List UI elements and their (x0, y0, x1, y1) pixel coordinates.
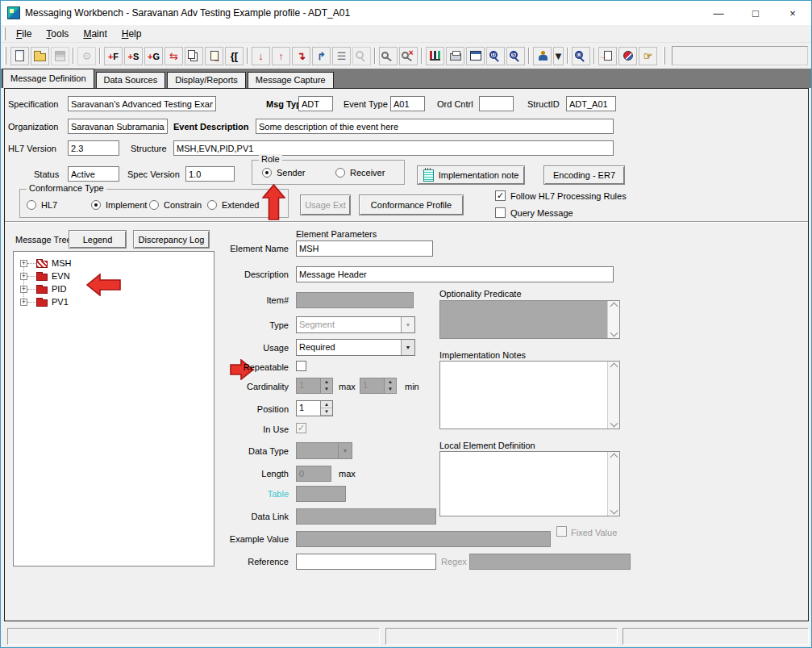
open-profile-button[interactable] (31, 47, 49, 65)
print-button[interactable] (446, 47, 464, 65)
add-group-button[interactable]: +G (144, 47, 163, 65)
scroll-up-icon[interactable] (610, 363, 618, 371)
scroll-down-icon[interactable] (610, 507, 618, 515)
about-help-button[interactable] (618, 47, 637, 65)
extended-radio-label: Extended (222, 200, 259, 210)
implementation-notes-scrollbar[interactable] (607, 362, 619, 429)
conformance-type-label: Conformance Type (27, 183, 106, 193)
scroll-down-icon[interactable] (610, 329, 618, 337)
expand-icon[interactable]: + (20, 286, 27, 293)
implementation-notes-textarea[interactable] (439, 361, 620, 429)
tab-data-sources[interactable]: Data Sources (96, 72, 166, 88)
tree-connector (27, 302, 35, 303)
copy-segment-button[interactable] (185, 47, 203, 65)
menu-maint[interactable]: Maint (76, 27, 114, 41)
reference-input[interactable] (296, 554, 436, 570)
paste-segment-button[interactable] (205, 47, 223, 65)
optionality-predicate-scrollbar[interactable] (607, 301, 619, 338)
implement-radio[interactable] (91, 200, 101, 210)
local-element-definition-scrollbar[interactable] (607, 452, 619, 516)
event-type-input[interactable] (390, 96, 425, 111)
organization-input[interactable] (68, 119, 168, 134)
resequence-button[interactable]: ⇆ (164, 47, 183, 65)
tab-message-capture[interactable]: Message Capture (248, 72, 334, 88)
move-down-button[interactable]: ↓ (252, 47, 270, 65)
spec-version-input[interactable] (185, 166, 235, 182)
usage-combo[interactable]: Required ▼ (296, 339, 415, 356)
demote-icon: ↴ (297, 51, 306, 61)
scroll-up-icon[interactable] (610, 454, 618, 462)
person-report-button[interactable] (533, 47, 552, 65)
hl7-radio[interactable] (27, 200, 36, 210)
description-input[interactable] (296, 266, 614, 282)
legend-button[interactable]: Legend (69, 230, 127, 249)
add-segment-icon: +S (128, 48, 139, 63)
find-definition-button[interactable]: D (486, 47, 505, 65)
encoding-button[interactable]: Encoding - ER7 (543, 165, 625, 185)
constrain-radio[interactable] (149, 200, 159, 210)
follow-hl7-checkbox[interactable] (495, 190, 506, 201)
event-description-input[interactable] (256, 119, 614, 134)
repeatable-checkbox[interactable] (296, 361, 306, 371)
element-name-input[interactable] (296, 240, 433, 257)
find-segment-button[interactable]: S (506, 47, 525, 65)
promote-button[interactable]: ↱ (312, 47, 331, 65)
implementation-note-button[interactable]: Implementation note (417, 165, 525, 185)
expand-icon[interactable]: + (20, 273, 27, 280)
close-button[interactable]: × (774, 1, 811, 25)
tree-item-msh[interactable]: +MSH (14, 257, 214, 270)
receiver-radio[interactable] (335, 168, 345, 178)
position-value: 1 (297, 401, 320, 416)
local-element-definition-label: Local Element Definition (439, 441, 535, 450)
menu-file[interactable]: File (9, 27, 39, 41)
import-document-button[interactable] (598, 47, 617, 65)
new-profile-button[interactable] (10, 47, 29, 65)
tree-item-pv1[interactable]: +PV1 (14, 295, 214, 308)
position-spinner[interactable]: 1 ▲▼ (296, 400, 333, 416)
tab-display-reports[interactable]: Display/Reports (167, 72, 246, 88)
tree-outline-button[interactable]: ☰ (332, 47, 351, 65)
menu-tools[interactable]: Tools (39, 27, 76, 41)
position-arrows-icon[interactable]: ▲▼ (320, 401, 332, 416)
person-report-dropdown-button[interactable]: ▼ (553, 47, 564, 65)
element-name-label: Element Name (192, 244, 289, 253)
ord-cntrl-input[interactable] (479, 96, 514, 111)
conformance-profile-button[interactable]: Conformance Profile (359, 194, 464, 215)
menu-help[interactable]: Help (115, 27, 149, 41)
hl7-version-input[interactable] (68, 140, 119, 156)
hand-pointer-button[interactable]: ☞ (639, 47, 657, 65)
message-tree[interactable]: +MSH+EVN+PID+PV1 (13, 251, 214, 566)
data-type-combo: ▼ (296, 442, 352, 459)
expand-icon[interactable]: + (20, 299, 27, 306)
query-message-checkbox[interactable] (495, 207, 506, 218)
tree-connector (27, 263, 35, 264)
scroll-up-icon[interactable] (610, 303, 618, 311)
local-element-definition-textarea[interactable] (439, 451, 620, 516)
grid-table-button[interactable] (466, 47, 485, 65)
status-input[interactable] (68, 166, 119, 182)
statistics-books-button[interactable] (426, 47, 444, 65)
group-brackets-button[interactable]: {[ (225, 47, 244, 65)
sender-radio[interactable] (262, 168, 272, 178)
add-segment-button[interactable]: +S (124, 47, 143, 65)
toolbar-separator (374, 48, 376, 64)
validate-query-button[interactable]: Q (572, 47, 590, 65)
msg-type-input[interactable] (298, 96, 333, 111)
tab-message-definition[interactable]: Message Definition (2, 69, 94, 88)
maximize-icon: □ (752, 7, 759, 19)
struct-id-input[interactable] (566, 96, 616, 111)
structure-input[interactable] (173, 140, 614, 156)
maximize-button[interactable]: □ (737, 1, 774, 25)
extended-radio[interactable] (207, 200, 217, 210)
scroll-down-icon[interactable] (610, 420, 618, 428)
minimize-button[interactable]: — (700, 1, 737, 25)
key-delete-button[interactable]: × (399, 47, 418, 65)
expand-icon[interactable]: + (20, 260, 27, 267)
specification-input[interactable] (68, 96, 216, 111)
key-button[interactable] (379, 47, 398, 65)
move-up-button[interactable]: ↑ (272, 47, 290, 65)
about-help-icon (623, 51, 633, 61)
demote-button[interactable]: ↴ (292, 47, 310, 65)
add-field-button[interactable]: +F (104, 47, 123, 65)
key-delete-icon: × (402, 52, 409, 59)
